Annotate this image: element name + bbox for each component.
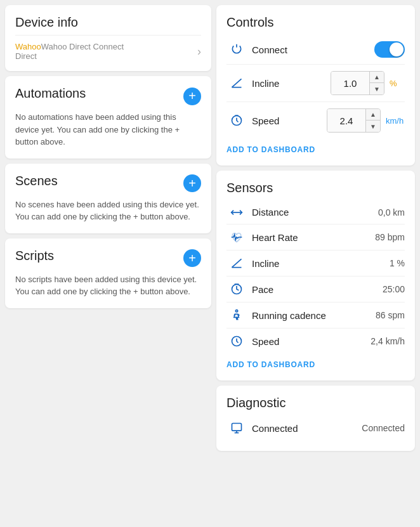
scripts-description: No scripts have been added using this de… xyxy=(15,273,201,298)
device-info-title: Device info xyxy=(15,15,201,30)
speed-unit: km/h xyxy=(383,116,405,126)
distance-row: Distance 0,0 km xyxy=(226,200,405,224)
incline-label: Incline xyxy=(247,78,331,89)
scripts-card: Scripts + No scripts have been added usi… xyxy=(5,238,211,308)
distance-label: Distance xyxy=(247,207,378,218)
speed-sensor-row: Speed 2,4 km/h xyxy=(226,329,405,354)
speed-sensor-icon xyxy=(226,335,247,348)
device-brand: Wahoo xyxy=(15,42,41,51)
incline-icon xyxy=(226,77,247,89)
incline-row: Incline ▲ ▼ % xyxy=(226,65,405,102)
speed-down-button[interactable]: ▼ xyxy=(366,120,380,132)
connected-icon xyxy=(226,422,247,434)
device-info-card: Device info WahooWahoo Direct Connect Di… xyxy=(5,5,211,71)
sensors-add-dashboard-button[interactable]: ADD TO DASHBOARD xyxy=(226,354,315,370)
controls-card: Controls Connect xyxy=(216,5,415,166)
device-link-text: WahooWahoo Direct Connect Direct xyxy=(15,42,124,61)
svg-line-5 xyxy=(232,259,242,267)
scenes-card: Scenes + No scenes have been added using… xyxy=(5,164,211,233)
running-cadence-label: Running cadence xyxy=(247,310,376,321)
speed-stepper: ▲ ▼ xyxy=(365,109,380,132)
sensors-title: Sensors xyxy=(226,181,405,195)
speed-up-button[interactable]: ▲ xyxy=(366,109,380,120)
speed-icon xyxy=(226,114,247,127)
device-link[interactable]: WahooWahoo Direct Connect Direct › xyxy=(15,35,201,61)
running-cadence-icon xyxy=(226,309,247,322)
left-column: Device info WahooWahoo Direct Connect Di… xyxy=(5,5,211,451)
connect-row: Connect xyxy=(226,35,405,65)
add-automation-button[interactable]: + xyxy=(183,88,201,105)
incline-sensor-row: Incline 1 % xyxy=(226,250,405,277)
speed-label: Speed xyxy=(247,115,327,126)
pace-label: Pace xyxy=(247,284,383,295)
connected-label: Connected xyxy=(247,423,362,434)
right-column: Controls Connect xyxy=(216,5,415,451)
svg-rect-11 xyxy=(232,424,242,431)
connected-value: Connected xyxy=(362,423,405,433)
automations-description: No automations have been added using thi… xyxy=(15,111,201,148)
incline-up-button[interactable]: ▲ xyxy=(370,72,384,83)
add-scene-button[interactable]: + xyxy=(183,174,201,192)
add-script-button[interactable]: + xyxy=(183,249,201,267)
connect-value xyxy=(374,41,405,58)
heart-rate-icon xyxy=(226,231,247,244)
incline-sensor-icon xyxy=(226,257,247,270)
controls-add-dashboard-button[interactable]: ADD TO DASHBOARD xyxy=(226,139,315,155)
heart-rate-label: Heart Rate xyxy=(247,232,375,243)
diagnostic-title: Diagnostic xyxy=(226,396,405,410)
incline-input[interactable] xyxy=(331,72,369,94)
connect-label: Connect xyxy=(247,44,374,55)
sensors-card: Sensors Distance 0,0 km xyxy=(216,171,415,381)
running-cadence-value: 86 spm xyxy=(376,310,405,320)
device-link-sub: Direct xyxy=(15,51,37,61)
scenes-title: Scenes xyxy=(15,174,58,188)
running-cadence-row: Running cadence 86 spm xyxy=(226,303,405,329)
pace-icon xyxy=(226,283,247,296)
connected-row: Connected Connected xyxy=(226,415,405,441)
pace-row: Pace 25:00 xyxy=(226,277,405,303)
automations-header: Automations + xyxy=(15,86,201,106)
scripts-title: Scripts xyxy=(15,249,54,263)
chevron-right-icon: › xyxy=(197,45,201,58)
scripts-header: Scripts + xyxy=(15,249,201,268)
heart-rate-value: 89 bpm xyxy=(375,232,405,242)
automations-title: Automations xyxy=(15,86,86,101)
incline-stepper: ▲ ▼ xyxy=(369,72,384,94)
scenes-description: No scenes have been added using this dev… xyxy=(15,198,201,223)
device-link-name: Wahoo Direct Connect xyxy=(41,42,124,51)
incline-input-wrap: ▲ ▼ xyxy=(331,71,384,95)
speed-input[interactable] xyxy=(327,109,365,132)
speed-input-wrap: ▲ ▼ xyxy=(327,108,381,133)
speed-value-wrap: ▲ ▼ km/h xyxy=(327,108,405,133)
distance-icon xyxy=(226,208,247,217)
distance-value: 0,0 km xyxy=(378,207,405,218)
incline-sensor-label: Incline xyxy=(247,258,390,269)
diagnostic-card: Diagnostic Connected Connected xyxy=(216,386,415,451)
pace-value: 25:00 xyxy=(383,284,405,294)
incline-value-wrap: ▲ ▼ % xyxy=(331,71,405,95)
speed-sensor-label: Speed xyxy=(247,336,371,347)
controls-title: Controls xyxy=(226,15,405,30)
incline-down-button[interactable]: ▼ xyxy=(370,83,384,94)
incline-sensor-value: 1 % xyxy=(390,258,405,268)
speed-row: Speed ▲ ▼ km/h xyxy=(226,102,405,139)
automations-card: Automations + No automations have been a… xyxy=(5,76,211,159)
svg-line-0 xyxy=(232,79,242,87)
heart-rate-row: Heart Rate 89 bpm xyxy=(226,224,405,250)
scenes-header: Scenes + xyxy=(15,174,201,193)
power-icon xyxy=(226,43,247,56)
connect-toggle[interactable] xyxy=(374,41,405,58)
speed-sensor-value: 2,4 km/h xyxy=(371,336,405,346)
incline-unit: % xyxy=(387,79,405,88)
svg-point-9 xyxy=(235,310,237,312)
